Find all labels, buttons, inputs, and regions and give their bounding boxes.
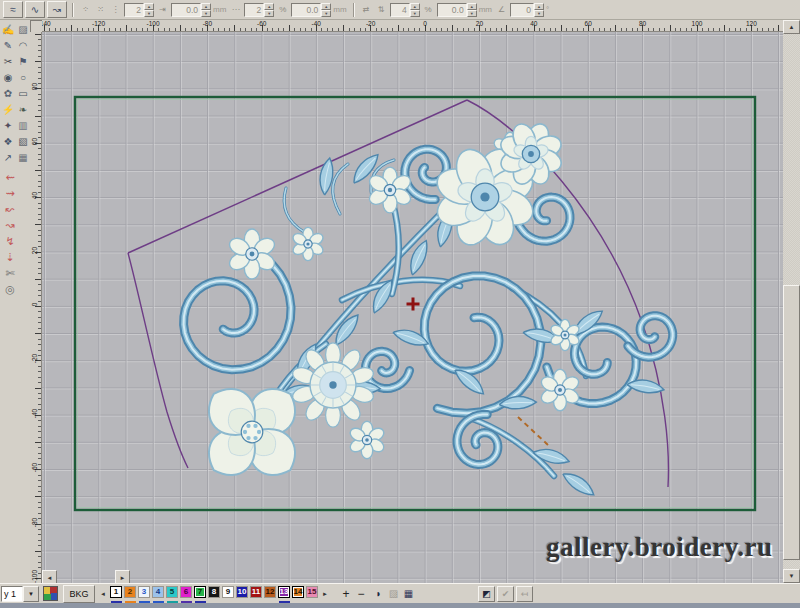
comp-field-spinner[interactable]: ▲▼	[467, 3, 477, 17]
back-icon[interactable]: ↤	[516, 586, 533, 602]
spin-up-icon[interactable]: ▲	[410, 3, 420, 10]
star-tool[interactable]: ✦	[1, 118, 15, 133]
step-field[interactable]: 2▲▼	[244, 3, 274, 17]
spin-down-icon[interactable]: ▼	[467, 10, 477, 17]
hscroll-right-button[interactable]: ►	[115, 570, 130, 583]
check-icon[interactable]: ✔	[497, 586, 514, 602]
redraw-icon[interactable]: ◩	[478, 586, 495, 602]
scissors-tool[interactable]: ✂	[1, 54, 15, 69]
palette-color-15[interactable]: 15	[306, 584, 320, 604]
pull-field[interactable]: 4▲▼	[390, 3, 420, 17]
combo-dropdown-icon[interactable]: ▼	[23, 586, 39, 602]
width-field[interactable]: 0.0▲▼	[291, 3, 331, 17]
color-chip[interactable]: 4	[152, 586, 164, 598]
stitch-edit-tool-6[interactable]: ⇣	[3, 251, 17, 264]
spin-up-icon[interactable]: ▲	[534, 3, 544, 10]
color-chip[interactable]: 5	[166, 586, 178, 598]
color-chip[interactable]: 1	[110, 586, 122, 598]
spin-down-icon[interactable]: ▼	[201, 10, 211, 17]
hscroll-left-button[interactable]: ◄	[42, 570, 57, 583]
color-chip[interactable]: 6	[180, 586, 192, 598]
background-button[interactable]: BKG	[63, 585, 95, 603]
stitch-edit-tool-3[interactable]: ↜	[3, 203, 17, 216]
shape-tool[interactable]: ❖	[1, 134, 15, 149]
rect-tool[interactable]: ▭	[16, 86, 30, 101]
design-canvas[interactable]: ◄ ► gallery.broidery.ru	[42, 32, 783, 583]
spin-down-icon[interactable]: ▼	[264, 10, 274, 17]
palette-color-2[interactable]: 2	[124, 584, 138, 604]
slash-tool-icon[interactable]: ▨	[386, 587, 401, 601]
scroll-down-icon[interactable]: ▼	[783, 569, 800, 583]
density-field[interactable]: 2▲▼	[124, 3, 154, 17]
flower-tool[interactable]: ✿	[1, 86, 15, 101]
columns-tool[interactable]: ▥	[16, 118, 30, 133]
flag-tool[interactable]: ⚑	[16, 54, 30, 69]
palette-color-14[interactable]: 14	[292, 584, 306, 604]
vscroll-thumb[interactable]	[783, 285, 800, 560]
color-chip[interactable]: 9	[222, 586, 234, 598]
spin-up-icon[interactable]: ▲	[144, 3, 154, 10]
color-chip[interactable]: 8	[208, 586, 220, 598]
color-chip[interactable]: 15	[306, 586, 318, 598]
color-chip[interactable]: 13	[278, 586, 290, 598]
palette-color-6[interactable]: 6	[180, 584, 194, 604]
spin-down-icon[interactable]: ▼	[410, 10, 420, 17]
pull-field-value[interactable]: 4	[390, 3, 410, 17]
palette-color-1[interactable]: 1	[110, 584, 124, 604]
spin-up-icon[interactable]: ▲	[321, 3, 331, 10]
color-chip[interactable]: 7	[194, 586, 206, 598]
ellipse-tool[interactable]: ○	[16, 70, 30, 85]
palette-color-4[interactable]: 4	[152, 584, 166, 604]
color-chip[interactable]: 14	[292, 586, 304, 598]
palette-color-13[interactable]: 13	[278, 584, 292, 604]
stitch-edit-tool-2[interactable]: ⇝	[3, 187, 17, 200]
color-chip[interactable]: 10	[236, 586, 248, 598]
palette-color-8[interactable]: 8	[208, 584, 222, 604]
palette-color-5[interactable]: 5	[166, 584, 180, 604]
curve-stitch-tool[interactable]: ↝	[47, 1, 67, 18]
palette-scroll-right-icon[interactable]: ►	[321, 587, 329, 600]
stitch-edit-tool-5[interactable]: ↯	[3, 235, 17, 248]
zigzag-tool[interactable]: ⚡	[1, 102, 15, 117]
angle-field-spinner[interactable]: ▲▼	[534, 3, 544, 17]
zoom-out-button[interactable]: −	[355, 587, 367, 601]
scroll-up-icon[interactable]: ▲	[783, 20, 800, 34]
leaf-tool[interactable]: ❧	[16, 102, 30, 117]
comp-field[interactable]: 0.0▲▼	[437, 3, 477, 17]
arrow-tool[interactable]: ↗	[1, 150, 15, 165]
spin-down-icon[interactable]: ▼	[321, 10, 331, 17]
spin-up-icon[interactable]: ▲	[264, 3, 274, 10]
pan-tool-icon[interactable]: ◗	[371, 587, 386, 601]
palette-color-9[interactable]: 9	[222, 584, 236, 604]
angle-field[interactable]: 0▲▼	[510, 3, 544, 17]
step-field-value[interactable]: 2	[244, 3, 264, 17]
pattern-tool[interactable]: ▦	[16, 150, 30, 165]
texture-tool[interactable]: ▧	[16, 134, 30, 149]
layer-combobox[interactable]: y 1 ▼	[1, 586, 39, 602]
length-field-spinner[interactable]: ▲▼	[201, 3, 211, 17]
palette-color-3[interactable]: 3	[138, 584, 152, 604]
length-field[interactable]: 0.0▲▼	[171, 3, 211, 17]
width-field-spinner[interactable]: ▲▼	[321, 3, 331, 17]
cut-tool[interactable]: ✄	[3, 267, 17, 280]
zoom-in-button[interactable]: +	[340, 587, 352, 601]
palette-color-11[interactable]: 11	[250, 584, 264, 604]
palette-color-7[interactable]: 7	[194, 584, 208, 604]
pen-tool[interactable]: ✎	[1, 38, 15, 53]
color-chip[interactable]: 11	[250, 586, 262, 598]
pull-field-spinner[interactable]: ▲▼	[410, 3, 420, 17]
color-chip[interactable]: 12	[264, 586, 276, 598]
arc-tool[interactable]: ◠	[16, 38, 30, 53]
hatch-tool[interactable]: ▨	[16, 22, 30, 37]
select-tool[interactable]: ✍	[1, 22, 15, 37]
color-chip[interactable]: 3	[138, 586, 150, 598]
target-tool[interactable]: ◎	[3, 283, 17, 296]
grid-view-icon[interactable]: ▦	[401, 587, 416, 601]
spin-up-icon[interactable]: ▲	[467, 3, 477, 10]
spin-down-icon[interactable]: ▼	[144, 10, 154, 17]
color-chip[interactable]: 2	[124, 586, 136, 598]
density-field-spinner[interactable]: ▲▼	[144, 3, 154, 17]
vertical-scrollbar[interactable]: ▲ ▼	[783, 20, 800, 583]
width-field-value[interactable]: 0.0	[291, 3, 321, 17]
stitch-edit-tool-1[interactable]: ⇜	[3, 171, 17, 184]
